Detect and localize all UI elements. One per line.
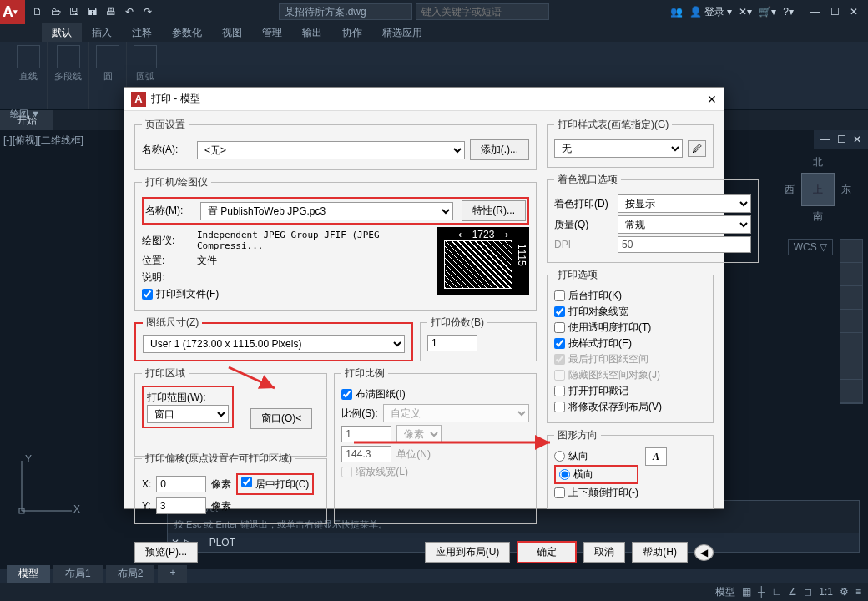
page-setup-group: 页面设置 名称(A): <无> 添加(.)... <box>134 118 537 170</box>
landscape-radio[interactable] <box>559 469 570 480</box>
view-label[interactable]: [-][俯视][二维线框] <box>3 134 83 148</box>
viewcube[interactable]: 北 西上东 南 <box>785 155 851 222</box>
maximize-icon[interactable]: ☐ <box>830 6 840 18</box>
ok-button[interactable]: 确定 <box>517 541 577 563</box>
status-model[interactable]: 模型 <box>715 585 735 599</box>
redo-icon[interactable]: ↷ <box>140 4 155 19</box>
status-osnap-icon[interactable]: ◻ <box>804 586 812 598</box>
fit-check[interactable] <box>341 389 352 400</box>
undo-icon[interactable]: ↶ <box>122 4 137 19</box>
tab-parametric[interactable]: 参数化 <box>162 23 212 42</box>
scale-group: 打印比例 布满图纸(I) 比例(S):自定义 像素 单位(N) 缩放线宽(L) <box>334 366 537 524</box>
apply-button[interactable]: 应用到布局(U) <box>425 542 511 563</box>
scale-lw-check <box>341 467 352 477</box>
status-polar-icon[interactable]: ∠ <box>788 586 797 598</box>
mdi-min-icon[interactable]: ― <box>820 134 830 145</box>
tab-insert[interactable]: 插入 <box>82 23 122 42</box>
dialog-logo-icon: A <box>131 92 146 107</box>
doc-title <box>279 3 412 20</box>
mdi-max-icon[interactable]: ☐ <box>837 134 846 145</box>
save-icon[interactable]: 🖫 <box>67 4 82 19</box>
tab-view[interactable]: 视图 <box>212 23 252 42</box>
panel-caption[interactable]: 绘图 ▼ <box>10 108 40 120</box>
upside-check[interactable] <box>554 487 565 498</box>
paper-size-select[interactable]: User 1 (1723.00 x 1115.00 Pixels) <box>143 335 405 353</box>
shade-select[interactable]: 按显示 <box>618 194 751 213</box>
paper-size-group: 图纸尺寸(Z) User 1 (1723.00 x 1115.00 Pixels… <box>134 316 413 361</box>
tab-default[interactable]: 默认 <box>42 23 82 42</box>
search-input[interactable] <box>416 3 549 20</box>
orientation-icon: A <box>645 447 667 466</box>
share-icon[interactable]: 👥 <box>670 6 683 18</box>
circle-icon[interactable] <box>96 45 119 68</box>
options-group: 打印选项 后台打印(K) 打印对象线宽 使用透明度打印(T) 按样式打印(E) … <box>547 268 714 423</box>
tab-model[interactable]: 模型 <box>7 565 50 583</box>
opt2-check[interactable] <box>554 306 565 317</box>
offset-x-input[interactable] <box>156 476 206 492</box>
page-setup-select[interactable]: <无> <box>197 141 465 159</box>
copies-input[interactable] <box>427 335 477 351</box>
plot-what-select[interactable]: 窗口 <box>147 405 229 423</box>
style-select[interactable]: 无 <box>554 139 683 158</box>
tab-annotate[interactable]: 注释 <box>122 23 162 42</box>
quality-select[interactable]: 常规 <box>618 215 751 234</box>
copies-group: 打印份数(B) <box>420 316 537 361</box>
add-button[interactable]: 添加(.)... <box>470 139 529 160</box>
center-check[interactable] <box>241 477 252 487</box>
portrait-radio[interactable] <box>554 451 565 462</box>
cube-top[interactable]: 上 <box>801 173 835 206</box>
new-icon[interactable]: 🗋 <box>30 4 45 19</box>
minimize-icon[interactable]: ― <box>810 6 820 18</box>
arc-icon[interactable] <box>134 45 157 68</box>
opt1-check[interactable] <box>554 290 565 301</box>
close-icon[interactable]: ✕ <box>850 6 858 18</box>
tab-output[interactable]: 输出 <box>292 23 332 42</box>
wcs-label[interactable]: WCS ▽ <box>788 239 833 255</box>
mdi-close-icon[interactable]: ✕ <box>853 134 861 145</box>
line-icon[interactable] <box>17 45 40 68</box>
printer-select[interactable]: 置 PublishToWeb JPG.pc3 <box>200 202 453 220</box>
plot-icon[interactable]: 🖶 <box>103 4 119 19</box>
style-group: 打印样式表(画笔指定)(G) 无🖉 <box>547 118 714 168</box>
status-gear-icon[interactable]: ⚙ <box>840 586 849 598</box>
style-edit-icon[interactable]: 🖉 <box>688 140 706 157</box>
tab-collab[interactable]: 协作 <box>332 23 372 42</box>
tab-layout1[interactable]: 布局1 <box>53 565 103 583</box>
window-button[interactable]: 窗口(O)< <box>250 408 312 429</box>
cart-icon[interactable]: 🛒▾ <box>759 6 776 18</box>
opt8-check[interactable] <box>554 402 565 412</box>
status-scale[interactable]: 1:1 <box>819 586 833 598</box>
paper-preview: ⟵1723⟶ 1115 <box>437 227 529 295</box>
preview-button[interactable]: 预览(P)... <box>134 542 198 563</box>
navbar[interactable] <box>840 239 863 404</box>
properties-button[interactable]: 特性(R)... <box>462 200 526 221</box>
help-button[interactable]: 帮助(H) <box>632 542 688 563</box>
status-snap-icon[interactable]: ┼ <box>758 586 765 598</box>
status-ortho-icon[interactable]: ∟ <box>772 586 782 598</box>
polyline-icon[interactable] <box>57 45 80 68</box>
open-icon[interactable]: 🗁 <box>48 4 63 19</box>
tab-manage[interactable]: 管理 <box>252 23 292 42</box>
ucs-icon: Y X <box>13 452 80 519</box>
svg-text:Y: Y <box>25 453 32 465</box>
tab-featured[interactable]: 精选应用 <box>372 23 432 42</box>
unit1-select: 像素 <box>396 425 442 443</box>
help-icon[interactable]: ?▾ <box>783 6 794 18</box>
status-grid-icon[interactable]: ▦ <box>742 586 751 598</box>
opt7-check[interactable] <box>554 386 565 396</box>
dialog-title: 打印 - 模型 <box>151 92 200 106</box>
collapse-icon[interactable]: ◀ <box>694 544 714 561</box>
opt4-check[interactable] <box>554 338 565 349</box>
exchange-icon[interactable]: ✕▾ <box>739 6 752 18</box>
status-menu-icon[interactable]: ≡ <box>855 586 861 598</box>
login-button[interactable]: 👤 登录 ▾ <box>689 5 733 19</box>
opt3-check[interactable] <box>554 322 565 333</box>
saveas-icon[interactable]: 🖬 <box>85 4 100 19</box>
dialog-close-icon[interactable]: ✕ <box>707 93 717 106</box>
app-logo[interactable]: A▾ <box>0 0 25 24</box>
plot-to-file-check[interactable] <box>142 289 153 300</box>
statusbar: 模型 ▦ ┼ ∟ ∠ ◻ 1:1 ⚙ ≡ <box>0 583 868 601</box>
orientation-group: 图形方向 纵向 横向 上下颠倒打印(-) A <box>547 428 714 509</box>
cancel-button[interactable]: 取消 <box>583 542 625 563</box>
offset-y-input[interactable] <box>156 497 206 514</box>
